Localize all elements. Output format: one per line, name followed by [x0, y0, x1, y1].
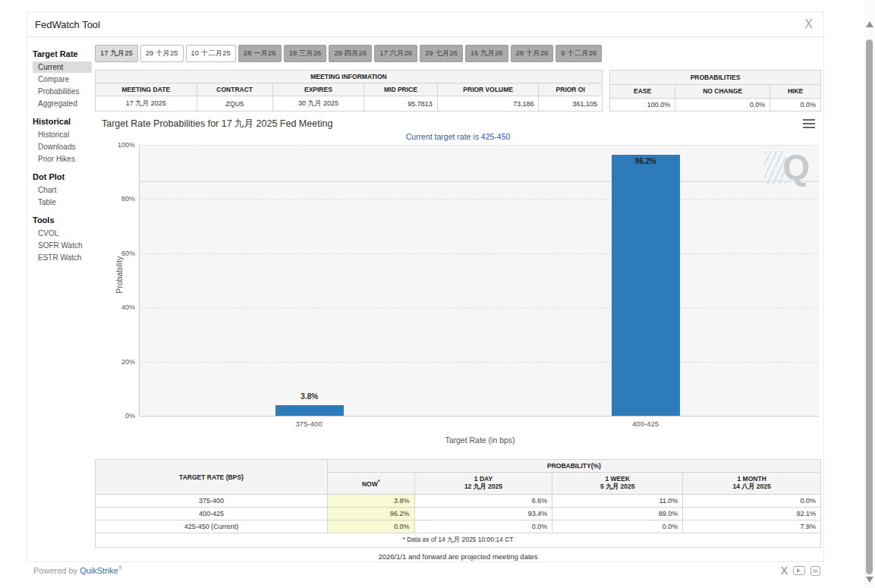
sidebar-item-current[interactable]: Current	[33, 61, 92, 73]
chart-subtitle: Current target rate is 425-450	[95, 132, 821, 145]
day-value: 0.0%	[414, 520, 552, 533]
tab-meeting-9[interactable]: 28 十月26	[511, 45, 554, 62]
month-value: 92.1%	[683, 508, 821, 520]
sidebar-item-prior-hikes[interactable]: Prior Hikes	[33, 153, 92, 165]
tab-meeting-0[interactable]: 17 九月25	[95, 45, 138, 62]
probability-history-table: TARGET RATE (BPS) PROBABILITY(%) NOW* 1 …	[95, 459, 821, 548]
tab-meeting-5[interactable]: 29 四月26	[329, 45, 372, 62]
sidebar-heading-target-rate: Target Rate	[33, 49, 95, 58]
table-row: 375-400 3.8% 6.6% 11.0% 0.0%	[96, 495, 821, 508]
sidebar-item-downloads[interactable]: Downloads	[33, 141, 92, 153]
col-ease: EASE	[610, 84, 675, 99]
table-row: 17 九月 2025 ZQU5 30 九月 2025 95.7813 73,18…	[96, 96, 603, 112]
col-mid-price: MID PRICE	[364, 83, 438, 96]
probabilities-summary-table: PROBABILITIES EASE NO CHANGE HIKE 100.0%…	[609, 70, 821, 112]
mid-price-value: 95.7813	[364, 96, 438, 112]
scroll-up-icon[interactable]	[866, 21, 873, 27]
sidebar-item-chart[interactable]: Chart	[33, 184, 92, 196]
meeting-date-value: 17 九月 2025	[96, 96, 197, 112]
col-1-week: 1 WEEK5 九月 2025	[552, 473, 683, 495]
bar-400-425[interactable]: 96.2%	[612, 155, 680, 416]
week-value: 89.0%	[552, 508, 683, 520]
sidebar-item-cvol[interactable]: CVOL	[33, 228, 92, 239]
y-tick-20: 20%	[112, 358, 135, 366]
scrollbar-thumb[interactable]	[866, 39, 873, 574]
tab-meeting-6[interactable]: 17 六月26	[374, 45, 417, 62]
sidebar: Target Rate Current Compare Probabilitie…	[27, 37, 95, 561]
vertical-scrollbar[interactable]	[864, 0, 875, 588]
col-1-day: 1 DAY12 九月 2025	[414, 473, 552, 495]
hike-value: 0.0%	[770, 99, 821, 112]
month-value: 0.0%	[683, 495, 821, 508]
sidebar-item-table[interactable]: Table	[33, 197, 92, 208]
tab-meeting-10[interactable]: 9 十二月26	[556, 45, 602, 62]
contract-value: ZQU5	[197, 96, 272, 112]
sidebar-item-sofr-watch[interactable]: SOFR Watch	[33, 240, 92, 251]
projected-dates-note: 2026/1/1 and forward are projected meeti…	[95, 552, 821, 561]
close-icon[interactable]: X	[801, 17, 816, 31]
y-tick-40: 40%	[112, 303, 135, 311]
expires-value: 30 九月 2025	[272, 96, 364, 112]
now-value: 3.8%	[327, 495, 414, 508]
sidebar-item-estr-watch[interactable]: ESTR Watch	[33, 252, 92, 263]
bar-375-400[interactable]: 3.8%	[275, 405, 344, 416]
fedwatch-modal: FedWatch Tool X Target Rate Current Comp…	[27, 11, 824, 562]
tab-meeting-7[interactable]: 29 七月26	[420, 45, 463, 62]
col-expires: EXPIRES	[272, 83, 364, 96]
tab-meeting-4[interactable]: 18 三月26	[284, 45, 327, 62]
col-target-rate: TARGET RATE (BPS)	[96, 460, 328, 495]
social-links: X in	[781, 564, 820, 577]
no-change-value: 0.0%	[675, 99, 770, 112]
rate-range: 375-400	[96, 495, 328, 508]
bar-label: 96.2%	[612, 157, 680, 165]
rate-range: 425-450 (Current)	[96, 520, 328, 533]
prior-volume-value: 73,186	[437, 96, 539, 112]
scroll-down-icon[interactable]	[866, 577, 873, 583]
youtube-icon[interactable]	[793, 566, 805, 575]
day-value: 93.4%	[414, 508, 552, 520]
tab-meeting-2[interactable]: 10 十二月25	[186, 45, 236, 62]
tab-meeting-1[interactable]: 29 十月25	[140, 45, 184, 62]
powered-by: Powered by QuikStrike®	[33, 565, 122, 575]
col-1-month: 1 MONTH14 八月 2025	[683, 473, 821, 495]
page-title: FedWatch Tool	[35, 19, 100, 30]
x-twitter-icon[interactable]: X	[781, 564, 788, 577]
col-now: NOW*	[327, 473, 414, 495]
sidebar-item-compare[interactable]: Compare	[33, 74, 92, 85]
meeting-info-title: MEETING INFORMATION	[96, 71, 603, 83]
sidebar-heading-dot-plot: Dot Plot	[33, 172, 95, 181]
chart-menu-icon[interactable]	[803, 117, 815, 130]
quikstrike-watermark: Q	[782, 149, 810, 184]
probability-group-header: PROBABILITY(%)	[327, 460, 820, 473]
y-axis-title: Probability	[115, 256, 124, 293]
plot-area: 100% 80% 60% 40% 20% 0% Probability 3.8%…	[139, 145, 819, 417]
week-value: 0.0%	[552, 520, 683, 533]
day-value: 6.6%	[414, 495, 552, 508]
sidebar-item-probabilities[interactable]: Probabilities	[33, 86, 92, 97]
sidebar-item-aggregated[interactable]: Aggregated	[33, 98, 92, 109]
table-row: 425-450 (Current) 0.0% 0.0% 0.0% 7.9%	[96, 520, 821, 533]
col-hike: HIKE	[770, 84, 821, 99]
quikstrike-link[interactable]: QuikStrike	[80, 566, 118, 575]
x-category-400-425: 400-425	[593, 420, 699, 428]
col-meeting-date: MEETING DATE	[96, 83, 197, 96]
meeting-information-table: MEETING INFORMATION MEETING DATE CONTRAC…	[95, 70, 603, 112]
x-category-375-400: 375-400	[256, 420, 362, 428]
table-row: 100.0% 0.0% 0.0%	[610, 99, 821, 112]
y-tick-100: 100%	[112, 141, 135, 149]
now-asterisk: *	[378, 479, 380, 485]
linkedin-icon[interactable]: in	[810, 566, 820, 576]
table-row: 400-425 96.2% 93.4% 89.0% 92.1%	[96, 508, 821, 520]
ease-value: 100.0%	[610, 99, 675, 112]
sidebar-item-historical[interactable]: Historical	[33, 129, 92, 140]
probability-chart: Target Rate Probabilities for 17 九月 2025…	[95, 115, 821, 454]
tab-meeting-3[interactable]: 28 一月26	[238, 45, 282, 62]
sidebar-heading-tools: Tools	[33, 215, 95, 225]
tab-meeting-8[interactable]: 16 九月26	[465, 45, 508, 62]
rate-range: 400-425	[96, 508, 328, 520]
now-value: 0.0%	[327, 520, 414, 533]
y-tick-0: 0%	[112, 412, 135, 420]
week-value: 11.0%	[552, 495, 683, 508]
month-value: 7.9%	[683, 520, 821, 533]
col-contract: CONTRACT	[197, 83, 272, 96]
